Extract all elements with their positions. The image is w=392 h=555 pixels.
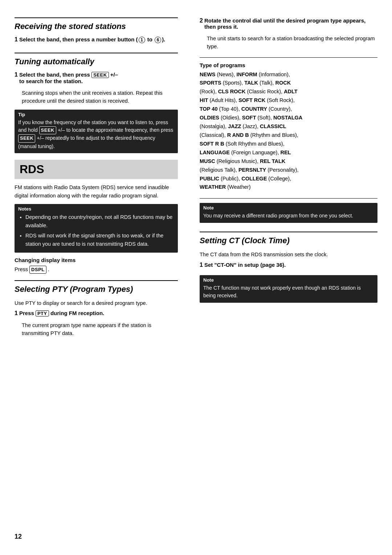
section-title-tuning: Tuning automatically bbox=[15, 57, 178, 66]
step-body-tuning-1: Scanning stops when the unit receives a … bbox=[22, 89, 178, 105]
notes-list: Depending on the country/region, not all… bbox=[25, 213, 174, 248]
note-label-rds: Note bbox=[203, 205, 374, 211]
notes-label: Notes bbox=[18, 206, 174, 212]
display-body: Press DSPL . bbox=[15, 265, 178, 274]
note-content-ct: The CT function may not work properly ev… bbox=[203, 284, 374, 300]
step-rotate-row: 2 Rotate the control dial until the desi… bbox=[200, 17, 377, 33]
step-num: 1 bbox=[15, 36, 18, 43]
step-pty-1: 1 Press PTY during FM reception. bbox=[15, 310, 178, 319]
dspl-button: DSPL bbox=[29, 266, 46, 274]
seek-btn-tip: SEEK bbox=[39, 126, 56, 134]
step-body-rotate: The unit starts to search for a station … bbox=[207, 35, 377, 51]
notes-item-2: RDS will not work if the signal strength… bbox=[25, 232, 174, 248]
divider-ct bbox=[200, 232, 377, 232]
step-num-ct: 1 bbox=[200, 262, 203, 268]
section-title-receiving: Receiving the stored stations bbox=[15, 22, 178, 31]
type-of-programs-section: Type of programs NEWS (News), INFORM (In… bbox=[200, 62, 377, 192]
step-heading-receiving-1: Select the band, then press a number but… bbox=[19, 36, 165, 43]
section-pty: Selecting PTY (Program Types) Use PTY to… bbox=[15, 285, 178, 338]
step-heading-rotate: Rotate the control dial until the desire… bbox=[204, 17, 377, 30]
divider-programs-bot bbox=[200, 198, 377, 199]
note-box-rds: Note You may receive a different radio p… bbox=[200, 203, 377, 223]
step-tuning-1: 1 Select the band, then press SEEK +/–to… bbox=[15, 72, 178, 87]
subsection-display: Changing display items Press DSPL . bbox=[15, 257, 178, 274]
notes-box: Notes Depending on the country/region, n… bbox=[15, 204, 178, 253]
section-receiving: Receiving the stored stations 1 Select t… bbox=[15, 22, 178, 46]
note-box-ct: Note The CT function may not work proper… bbox=[200, 275, 377, 303]
rds-header: RDS bbox=[15, 160, 178, 179]
pty-body: Use PTY to display or search for a desir… bbox=[15, 299, 178, 307]
step-receiving-1: 1 Select the band, then press a number b… bbox=[15, 36, 178, 46]
rds-title: RDS bbox=[20, 163, 44, 176]
section-rds: RDS FM stations with Radio Data System (… bbox=[15, 160, 178, 274]
divider-tuning bbox=[15, 53, 178, 53]
step-num-pty: 1 bbox=[15, 310, 18, 317]
section-tuning: Tuning automatically 1 Select the band, … bbox=[15, 57, 178, 153]
subheading-display: Changing display items bbox=[15, 257, 178, 263]
note-content-rds: You may receive a different radio progra… bbox=[203, 212, 374, 220]
step-num-tuning: 1 bbox=[15, 72, 18, 78]
step-heading-pty-1: Press PTY during FM reception. bbox=[19, 310, 104, 317]
step-body-pty-1: The current program type name appears if… bbox=[22, 322, 178, 338]
pty-button: PTY bbox=[36, 310, 49, 317]
rds-body: FM stations with Radio Data System (RDS)… bbox=[15, 183, 178, 200]
tip-content: If you know the frequency of the station… bbox=[18, 119, 174, 151]
circle-1: 1 bbox=[139, 37, 145, 43]
step-num-rotate: 2 bbox=[200, 17, 203, 24]
seek-btn-tip2: SEEK bbox=[18, 134, 35, 142]
step2-rotate: 2 Rotate the control dial until the desi… bbox=[200, 17, 377, 51]
left-column: Receiving the stored stations 1 Select t… bbox=[15, 17, 192, 344]
ct-body: The CT data from the RDS transmission se… bbox=[200, 250, 377, 258]
tip-box: Tip If you know the frequency of the sta… bbox=[15, 110, 178, 154]
notes-item-1: Depending on the country/region, not all… bbox=[25, 213, 174, 230]
seek-button-label: SEEK bbox=[91, 72, 109, 78]
section-ct: Setting CT (Clock Time) The CT data from… bbox=[200, 236, 377, 303]
notes-content: Depending on the country/region, not all… bbox=[18, 213, 174, 248]
note-label-ct: Note bbox=[203, 277, 374, 283]
divider-programs-top bbox=[200, 57, 377, 58]
page-number: 12 bbox=[15, 533, 22, 540]
tip-label: Tip bbox=[18, 112, 174, 117]
divider-pty bbox=[15, 280, 178, 281]
step-heading-ct-1: Set "CT-ON" in setup (page 36). bbox=[204, 262, 286, 268]
right-column: 2 Rotate the control dial until the desi… bbox=[192, 17, 377, 344]
subheading-programs: Type of programs bbox=[200, 62, 377, 68]
step-ct-1: 1 Set "CT-ON" in setup (page 36). bbox=[200, 262, 377, 271]
circle-6: 6 bbox=[155, 37, 161, 43]
section-title-ct: Setting CT (Clock Time) bbox=[200, 236, 377, 245]
step-heading-tuning-1: Select the band, then press SEEK +/–to s… bbox=[19, 72, 118, 84]
section-title-pty: Selecting PTY (Program Types) bbox=[15, 285, 178, 294]
programs-text: NEWS (News), INFORM (Information), SPORT… bbox=[200, 70, 377, 192]
divider-receiving bbox=[15, 17, 178, 18]
